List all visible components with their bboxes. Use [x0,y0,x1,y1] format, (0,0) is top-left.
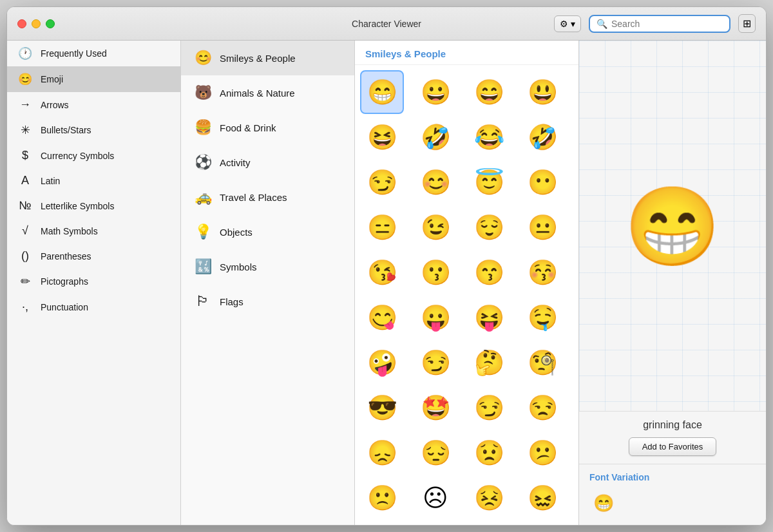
sidebar-item-bullets-stars[interactable]: ✳Bullets/Stars [7,117,180,143]
emoji-cell[interactable]: ☹ [414,476,457,520]
search-input[interactable] [611,19,723,29]
emoji-cell[interactable]: 😣 [468,476,511,520]
sidebar-item-parentheses[interactable]: ()Parentheses [7,243,180,269]
sidebar-label-emoji: Emoji [41,74,63,84]
font-variation-item[interactable]: 😁 [589,489,618,517]
emoji-cell[interactable]: 😃 [521,70,565,114]
emoji-cell[interactable]: 🤣 [521,115,565,159]
category-icon-flags: 🏳 [194,293,212,310]
category-item-travel[interactable]: 🚕Travel & Places [181,180,354,214]
sidebar-icon-latin: A [17,174,33,187]
emoji-cell[interactable]: 😒 [521,386,565,430]
emoji-cell[interactable]: 😑 [360,205,404,249]
category-item-objects[interactable]: 💡Objects [181,214,354,249]
emoji-cell[interactable]: 😄 [468,70,511,114]
emoji-cell[interactable]: 😚 [521,251,565,294]
sidebar-item-pictographs[interactable]: ✏Pictographs [7,269,180,294]
emoji-cell[interactable]: 🤪 [360,341,404,385]
character-viewer-window: Character Viewer ⚙ ▾ 🔍 ⊞ 🕐Frequently Use… [6,6,767,526]
emoji-cell[interactable]: 😘 [360,251,404,294]
sidebar-item-punctuation[interactable]: ·,Punctuation [7,294,180,319]
font-variation-grid: 😁 [589,489,756,517]
category-icon-symbols: 🔣 [194,258,212,275]
sidebar-icon-frequently-used: 🕐 [17,46,33,61]
add-to-favorites-button[interactable]: Add to Favorites [629,437,717,456]
sidebar-item-math[interactable]: √Math Symbols [7,218,180,243]
sidebar-icon-currency: $ [17,149,33,162]
category-item-symbols[interactable]: 🔣Symbols [181,249,354,284]
sidebar-item-letterlike[interactable]: №Letterlike Symbols [7,193,180,218]
sidebar-label-arrows: Arrows [41,100,69,110]
category-item-smileys[interactable]: 😊Smileys & People [181,41,354,75]
emoji-cell[interactable]: 🙁 [360,476,404,520]
emoji-cell[interactable]: 😔 [414,431,457,475]
sidebar-label-letterlike: Letterlike Symbols [41,201,114,211]
emoji-cell[interactable]: 😝 [468,296,511,339]
font-variation-section: Font Variation 😁 [579,464,766,525]
category-label-activity: Activity [220,157,251,168]
emoji-cell[interactable]: 😌 [468,205,511,249]
minimize-button[interactable] [32,19,41,28]
category-item-flags[interactable]: 🏳Flags [181,284,354,319]
sidebar-label-pictographs: Pictographs [41,276,88,287]
sidebar-label-math: Math Symbols [41,226,98,236]
sidebar-item-latin[interactable]: ALatin [7,168,180,193]
emoji-cell[interactable]: 😋 [360,296,404,339]
sidebar-item-currency[interactable]: $Currency Symbols [7,143,180,168]
emoji-cell[interactable]: 😎 [360,386,404,430]
titlebar-right: ⚙ ▾ 🔍 ⊞ [554,14,756,33]
emoji-cell[interactable]: 😤 [360,521,404,525]
emoji-cell[interactable]: 😛 [414,296,457,339]
emoji-cell[interactable]: 😀 [414,70,457,114]
emoji-cell[interactable]: 🤬 [521,521,565,525]
category-item-activity[interactable]: ⚽Activity [181,145,354,180]
grid-view-button[interactable]: ⊞ [738,14,756,33]
category-label-smileys: Smileys & People [220,53,296,64]
search-box[interactable]: 🔍 [589,15,730,33]
emoji-cell[interactable]: 🤣 [414,115,457,159]
sidebar-icon-parentheses: () [17,249,33,263]
emoji-cell[interactable]: 😐 [521,205,565,249]
emoji-cell[interactable]: 😏 [468,386,511,430]
emoji-cell[interactable]: 😗 [414,251,457,294]
emoji-cell[interactable]: 😶 [521,160,565,204]
emoji-cell[interactable]: 😙 [468,251,511,294]
emoji-cell[interactable]: 😏 [414,341,457,385]
category-label-food: Food & Drink [220,122,276,133]
emoji-cell[interactable]: 😊 [414,160,457,204]
category-item-food[interactable]: 🍔Food & Drink [181,110,354,145]
gear-button[interactable]: ⚙ ▾ [554,15,581,32]
emoji-cell[interactable]: 🤩 [414,386,457,430]
sidebar-item-arrows[interactable]: →Arrows [7,92,180,117]
emoji-cell[interactable]: 😆 [360,115,404,159]
emoji-cell[interactable]: 😟 [468,431,511,475]
search-icon: 🔍 [596,19,607,29]
close-button[interactable] [17,19,26,28]
emoji-cell[interactable]: 😖 [521,476,565,520]
gear-icon: ⚙ [560,19,568,29]
category-icon-smileys: 😊 [194,50,212,66]
emoji-cell[interactable]: 😏 [360,160,404,204]
emoji-cell[interactable]: 😕 [521,431,565,475]
emoji-cell[interactable]: 😠 [414,521,457,525]
emoji-cell[interactable]: 😞 [360,431,404,475]
emoji-cell[interactable]: 😇 [468,160,511,204]
sidebar-item-emoji[interactable]: 😊Emoji [7,66,180,92]
category-item-animals[interactable]: 🐻Animals & Nature [181,75,354,110]
emoji-panel-header: Smileys & People [355,41,578,65]
emoji-cell[interactable]: 🤔 [468,341,511,385]
sidebar-icon-pictographs: ✏ [17,274,33,289]
sidebar-icon-punctuation: ·, [17,300,33,314]
detail-panel: 😁 grinning face Add to Favorites Font Va… [579,41,766,525]
sidebar-label-frequently-used: Frequently Used [41,48,107,59]
emoji-cell[interactable]: 😉 [414,205,457,249]
sidebar-item-frequently-used[interactable]: 🕐Frequently Used [7,41,180,66]
emoji-cell[interactable]: 🧐 [521,341,565,385]
emoji-cell[interactable]: 😂 [468,115,511,159]
sidebar-label-bullets-stars: Bullets/Stars [41,125,91,135]
emoji-cell[interactable]: 😡 [468,521,511,525]
emoji-cell[interactable]: 😁 [360,70,404,114]
maximize-button[interactable] [46,19,55,28]
emoji-cell[interactable]: 🤤 [521,296,565,339]
main-content: 🕐Frequently Used😊Emoji→Arrows✳Bullets/St… [7,41,766,525]
